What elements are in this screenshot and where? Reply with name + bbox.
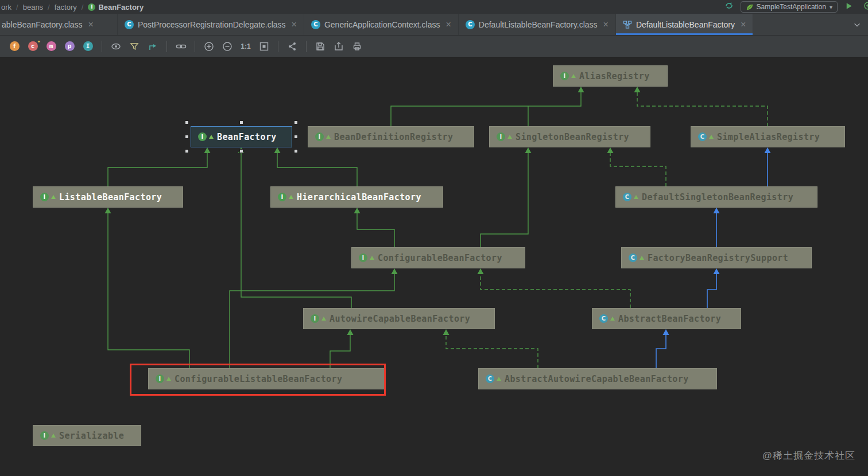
node-bean-definition-registry[interactable]: I BeanDefinitionRegistry xyxy=(308,126,474,147)
breadcrumb-item[interactable]: factory xyxy=(55,3,77,11)
interface-icon: I xyxy=(315,132,324,141)
tab-defaultlistablebeanfactory-class[interactable]: C DefaultListableBeanFactory.class × xyxy=(459,14,616,35)
class-icon: C xyxy=(623,193,631,201)
toolbar-separator xyxy=(195,41,195,52)
fit-content-button[interactable] xyxy=(255,38,273,54)
node-singleton-bean-registry[interactable]: I SingletonBeanRegistry xyxy=(489,126,650,147)
node-label: AliasRegistry xyxy=(579,71,650,81)
run-widget-area: SampleTestApplication ▾ xyxy=(724,1,868,13)
node-label: DefaultSingletonBeanRegistry xyxy=(642,192,793,202)
share-button[interactable] xyxy=(284,38,301,54)
node-factory-bean-registry-support[interactable]: C FactoryBeanRegistrySupport xyxy=(621,247,812,268)
chevron-down-icon: ▾ xyxy=(830,4,832,10)
node-marker-icon xyxy=(51,195,56,199)
methods-toggle-button[interactable]: m xyxy=(42,38,60,54)
export-button[interactable] xyxy=(330,38,347,54)
properties-toggle-button[interactable]: p xyxy=(61,38,78,54)
watermark: @稀土掘金技术社区 xyxy=(762,449,855,462)
node-label: Serializable xyxy=(59,431,124,441)
selection-handle[interactable] xyxy=(294,149,298,153)
node-simple-alias-registry[interactable]: C SimpleAliasRegistry xyxy=(691,126,845,147)
node-marker-icon xyxy=(321,317,326,321)
node-marker-icon xyxy=(497,377,501,381)
node-listable-bean-factory[interactable]: I ListableBeanFactory xyxy=(33,186,183,208)
link-button[interactable] xyxy=(172,38,189,54)
toolbar-separator xyxy=(306,41,307,52)
close-icon[interactable]: × xyxy=(88,20,94,29)
selection-handle[interactable] xyxy=(185,149,189,153)
ide-window: ork / beans / factory / I BeanFactory Sa… xyxy=(0,0,868,476)
toolbar-separator xyxy=(102,41,102,52)
node-marker-icon xyxy=(634,195,638,199)
close-icon[interactable]: × xyxy=(445,20,451,29)
tab-label: GenericApplicationContext.class xyxy=(324,20,440,29)
print-button[interactable] xyxy=(348,38,366,54)
node-label: AutowireCapableBeanFactory xyxy=(330,314,470,324)
tab-defaultlistablebeanfactory-diagram[interactable]: DefaultListableBeanFactory × xyxy=(616,14,753,35)
tab-ablebeanfactory-class[interactable]: ableBeanFactory.class × xyxy=(0,14,118,35)
actual-size-button[interactable]: 1:1 xyxy=(237,38,254,54)
interface-icon: I xyxy=(497,132,505,141)
node-label: AbstractBeanFactory xyxy=(618,314,721,324)
tab-postprocessorregistrationdelegate-class[interactable]: C PostProcessorRegistrationDelegate.clas… xyxy=(118,14,304,35)
node-hierarchical-bean-factory[interactable]: I HierarchicalBeanFactory xyxy=(270,186,443,208)
toolbar-separator xyxy=(278,41,278,52)
tab-genericapplicationcontext-class[interactable]: C GenericApplicationContext.class × xyxy=(304,14,459,35)
zoom-out-button[interactable] xyxy=(219,38,236,54)
node-marker-icon xyxy=(571,74,576,78)
node-alias-registry[interactable]: I AliasRegistry xyxy=(553,65,668,87)
star-badge-icon: ✦ xyxy=(37,38,40,44)
tab-label: DefaultListableBeanFactory.class xyxy=(479,20,598,29)
selection-handle[interactable] xyxy=(294,135,298,139)
visibility-eye-button[interactable] xyxy=(107,38,125,54)
interface-icon: I xyxy=(88,3,95,11)
node-autowire-capable-bean-factory[interactable]: I AutowireCapableBeanFactory xyxy=(303,308,495,329)
interface-icon: I xyxy=(311,314,319,323)
selection-handle[interactable] xyxy=(185,120,189,124)
breadcrumb-item[interactable]: beans xyxy=(23,3,43,11)
selection-handle[interactable] xyxy=(294,120,298,124)
class-icon: C xyxy=(311,20,320,29)
node-label: FactoryBeanRegistrySupport xyxy=(648,253,788,263)
run-button[interactable] xyxy=(844,2,853,13)
selection-handle[interactable] xyxy=(239,149,243,153)
spring-boot-icon xyxy=(746,3,753,11)
selection-handle[interactable] xyxy=(239,120,243,124)
node-default-singleton-bean-registry[interactable]: C DefaultSingletonBeanRegistry xyxy=(615,186,817,208)
close-icon[interactable]: × xyxy=(741,20,746,29)
interface-icon: I xyxy=(359,253,367,262)
cropped-toolbar-icon[interactable] xyxy=(860,1,868,13)
fields-toggle-button[interactable]: f xyxy=(6,38,23,54)
sync-icon[interactable] xyxy=(724,1,734,13)
breadcrumb-item[interactable]: ork xyxy=(1,3,11,11)
constructors-toggle-button[interactable]: c✦ xyxy=(24,38,41,54)
node-marker-icon xyxy=(507,135,512,139)
node-serializable[interactable]: I Serializable xyxy=(33,425,141,446)
edge-router-button[interactable] xyxy=(144,38,161,54)
node-marker-icon xyxy=(709,135,714,139)
node-label: HierarchicalBeanFactory xyxy=(297,192,421,202)
inner-classes-toggle-button[interactable]: I xyxy=(79,38,96,54)
node-marker-icon xyxy=(326,135,331,139)
interface-icon: I xyxy=(560,72,569,80)
run-configuration-label: SampleTestApplication xyxy=(757,3,826,11)
class-icon: C xyxy=(629,253,637,262)
save-button[interactable] xyxy=(312,38,329,54)
diagram-toolbar: f c✦ m p I 1:1 xyxy=(0,36,868,57)
highlight-rectangle xyxy=(130,364,386,396)
node-abstract-bean-factory[interactable]: C AbstractBeanFactory xyxy=(592,308,741,329)
node-label: SimpleAliasRegistry xyxy=(717,132,820,142)
zoom-in-button[interactable] xyxy=(200,38,218,54)
filter-button[interactable] xyxy=(126,38,143,54)
node-bean-factory[interactable]: I BeanFactory xyxy=(191,126,292,147)
node-configurable-bean-factory[interactable]: I ConfigurableBeanFactory xyxy=(351,247,525,268)
selection-handle[interactable] xyxy=(185,135,189,139)
class-icon: C xyxy=(466,20,475,29)
breadcrumb-current[interactable]: I BeanFactory xyxy=(88,3,144,11)
uml-diagram-canvas[interactable]: I AliasRegistry I BeanFactory I BeanDefi… xyxy=(0,57,868,476)
node-abstract-autowire-capable-bean-factory[interactable]: C AbstractAutowireCapableBeanFactory xyxy=(478,368,717,389)
close-icon[interactable]: × xyxy=(292,20,297,29)
close-icon[interactable]: × xyxy=(603,20,609,29)
tabs-overflow-chevron-icon[interactable] xyxy=(846,14,868,35)
run-configuration-select[interactable]: SampleTestApplication ▾ xyxy=(741,1,838,13)
